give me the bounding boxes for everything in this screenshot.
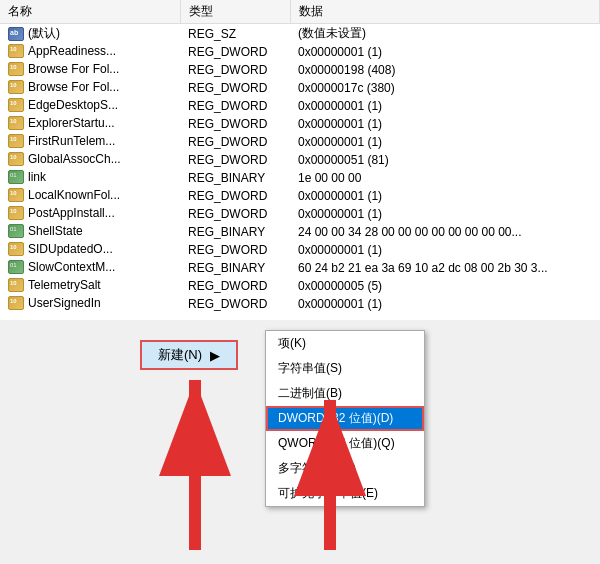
row-icon: [8, 62, 24, 76]
row-type: REG_DWORD: [180, 115, 290, 133]
row-name-cell: Browse For Fol...: [8, 80, 119, 94]
row-icon: [8, 44, 24, 58]
row-data: 0x00000001 (1): [290, 205, 600, 223]
row-icon: [8, 206, 24, 220]
row-data: 0x00000005 (5): [290, 277, 600, 295]
row-name-cell: UserSignedIn: [8, 296, 101, 310]
row-icon: [8, 27, 24, 41]
row-name-cell: ShellState: [8, 224, 83, 238]
row-data: 60 24 b2 21 ea 3a 69 10 a2 dc 08 00 2b 3…: [290, 259, 600, 277]
row-icon: [8, 98, 24, 112]
row-data: (数值未设置): [290, 24, 600, 44]
submenu-item[interactable]: 多字符串值(M): [266, 456, 424, 481]
row-type: REG_DWORD: [180, 43, 290, 61]
row-name-cell: SlowContextM...: [8, 260, 115, 274]
row-type: REG_DWORD: [180, 151, 290, 169]
row-data: 0x00000001 (1): [290, 115, 600, 133]
row-type: REG_SZ: [180, 24, 290, 44]
row-name: link: [28, 170, 46, 184]
submenu-item[interactable]: 字符串值(S): [266, 356, 424, 381]
table-row[interactable]: FirstRunTelem... REG_DWORD 0x00000001 (1…: [0, 133, 600, 151]
submenu-item[interactable]: 项(K): [266, 331, 424, 356]
submenu-item[interactable]: 可扩充字符串值(E): [266, 481, 424, 506]
row-name: EdgeDesktopS...: [28, 98, 118, 112]
row-data: 0x00000001 (1): [290, 97, 600, 115]
table-row[interactable]: ExplorerStartu... REG_DWORD 0x00000001 (…: [0, 115, 600, 133]
row-data: 0x00000001 (1): [290, 295, 600, 313]
table-row[interactable]: link REG_BINARY 1e 00 00 00: [0, 169, 600, 187]
table-header-row: 名称 类型 数据: [0, 0, 600, 24]
col-name-header: 名称: [0, 0, 180, 24]
row-icon: [8, 296, 24, 310]
table-row[interactable]: LocalKnownFol... REG_DWORD 0x00000001 (1…: [0, 187, 600, 205]
row-name: TelemetrySalt: [28, 278, 101, 292]
row-name: ExplorerStartu...: [28, 116, 115, 130]
row-icon: [8, 278, 24, 292]
new-menu-button[interactable]: 新建(N) ▶: [140, 340, 238, 370]
submenu-items-container: 项(K)字符串值(S)二进制值(B)DWORD (32 位值)(D)QWORD …: [266, 331, 424, 506]
row-type: REG_DWORD: [180, 277, 290, 295]
bottom-area: 新建(N) ▶ 项(K)字符串值(S)二进制值(B)DWORD (32 位值)(…: [0, 320, 600, 564]
row-icon: [8, 80, 24, 94]
table-row[interactable]: SlowContextM... REG_BINARY 60 24 b2 21 e…: [0, 259, 600, 277]
table-row[interactable]: (默认) REG_SZ (数值未设置): [0, 24, 600, 44]
row-type: REG_DWORD: [180, 97, 290, 115]
row-name-cell: LocalKnownFol...: [8, 188, 120, 202]
row-icon: [8, 188, 24, 202]
registry-table: 名称 类型 数据 (默认) REG_SZ (数值未设置) AppReadines…: [0, 0, 600, 313]
table-row[interactable]: TelemetrySalt REG_DWORD 0x00000005 (5): [0, 277, 600, 295]
row-name-cell: ExplorerStartu...: [8, 116, 115, 130]
row-name: SlowContextM...: [28, 260, 115, 274]
row-icon: [8, 152, 24, 166]
table-row[interactable]: EdgeDesktopS... REG_DWORD 0x00000001 (1): [0, 97, 600, 115]
col-type-header: 类型: [180, 0, 290, 24]
row-icon: [8, 134, 24, 148]
row-name-cell: SIDUpdatedO...: [8, 242, 113, 256]
row-type: REG_DWORD: [180, 187, 290, 205]
row-data: 0x00000001 (1): [290, 133, 600, 151]
row-icon: [8, 116, 24, 130]
registry-panel: 名称 类型 数据 (默认) REG_SZ (数值未设置) AppReadines…: [0, 0, 600, 320]
submenu-item[interactable]: 二进制值(B): [266, 381, 424, 406]
row-data: 1e 00 00 00: [290, 169, 600, 187]
context-submenu: 项(K)字符串值(S)二进制值(B)DWORD (32 位值)(D)QWORD …: [265, 330, 425, 507]
row-data: 24 00 00 34 28 00 00 00 00 00 00 00 00..…: [290, 223, 600, 241]
row-name-cell: Browse For Fol...: [8, 62, 119, 76]
submenu-item[interactable]: DWORD (32 位值)(D): [266, 406, 424, 431]
row-name-cell: EdgeDesktopS...: [8, 98, 118, 112]
row-name: (默认): [28, 25, 60, 42]
col-data-header: 数据: [290, 0, 600, 24]
row-name-cell: (默认): [8, 25, 60, 42]
table-row[interactable]: ShellState REG_BINARY 24 00 00 34 28 00 …: [0, 223, 600, 241]
row-name: PostAppInstall...: [28, 206, 115, 220]
table-row[interactable]: GlobalAssocCh... REG_DWORD 0x00000051 (8…: [0, 151, 600, 169]
row-data: 0x00000198 (408): [290, 61, 600, 79]
table-row[interactable]: UserSignedIn REG_DWORD 0x00000001 (1): [0, 295, 600, 313]
row-name: SIDUpdatedO...: [28, 242, 113, 256]
arrow-right-icon: ▶: [210, 348, 220, 363]
new-label: 新建(N): [158, 346, 202, 364]
row-data: 0x00000001 (1): [290, 241, 600, 259]
table-row[interactable]: Browse For Fol... REG_DWORD 0x0000017c (…: [0, 79, 600, 97]
submenu-item[interactable]: QWORD (64 位值)(Q): [266, 431, 424, 456]
row-type: REG_DWORD: [180, 295, 290, 313]
row-name-cell: GlobalAssocCh...: [8, 152, 121, 166]
row-type: REG_DWORD: [180, 61, 290, 79]
row-type: REG_DWORD: [180, 241, 290, 259]
row-name: UserSignedIn: [28, 296, 101, 310]
row-name: Browse For Fol...: [28, 80, 119, 94]
row-name-cell: TelemetrySalt: [8, 278, 101, 292]
table-row[interactable]: SIDUpdatedO... REG_DWORD 0x00000001 (1): [0, 241, 600, 259]
row-type: REG_DWORD: [180, 133, 290, 151]
row-icon: [8, 242, 24, 256]
row-data: 0x0000017c (380): [290, 79, 600, 97]
row-name: AppReadiness...: [28, 44, 116, 58]
table-row[interactable]: AppReadiness... REG_DWORD 0x00000001 (1): [0, 43, 600, 61]
table-row[interactable]: PostAppInstall... REG_DWORD 0x00000001 (…: [0, 205, 600, 223]
row-type: REG_DWORD: [180, 205, 290, 223]
row-name-cell: AppReadiness...: [8, 44, 116, 58]
row-name-cell: FirstRunTelem...: [8, 134, 115, 148]
table-row[interactable]: Browse For Fol... REG_DWORD 0x00000198 (…: [0, 61, 600, 79]
row-icon: [8, 170, 24, 184]
row-icon: [8, 260, 24, 274]
